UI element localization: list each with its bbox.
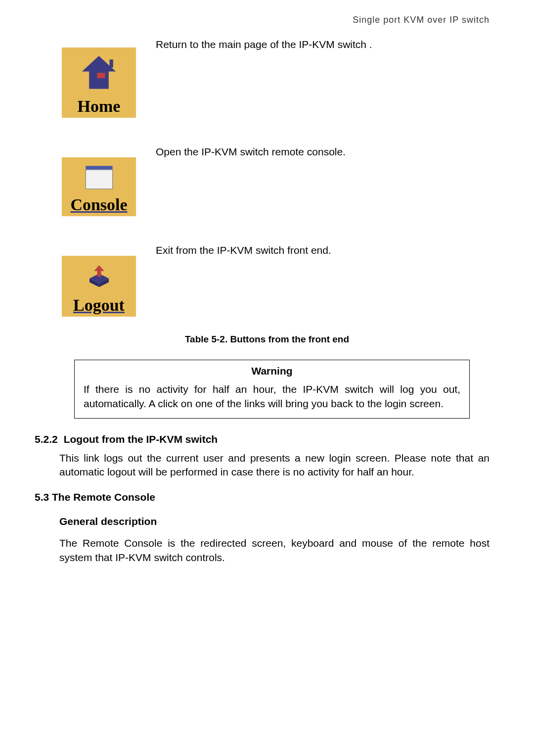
svg-rect-5 bbox=[86, 170, 112, 189]
home-button-label: Home bbox=[78, 98, 121, 115]
warning-body: If there is no activity for half an hour… bbox=[84, 382, 460, 411]
svg-marker-7 bbox=[94, 265, 104, 271]
console-button-label: Console bbox=[70, 196, 127, 213]
section-5-3-body: The Remote Console is the redirected scr… bbox=[59, 536, 490, 565]
section-number: 5.2.2 bbox=[35, 433, 58, 445]
icon-cell: Home bbox=[44, 38, 153, 118]
section-5-3-subheading: General description bbox=[59, 516, 490, 527]
logout-description: Exit from the IP-KVM switch front end. bbox=[153, 243, 490, 257]
logout-button[interactable]: Logout bbox=[62, 256, 136, 317]
page-header: Single port KVM over IP switch bbox=[44, 15, 490, 25]
logout-button-label: Logout bbox=[73, 297, 125, 314]
svg-rect-3 bbox=[110, 59, 113, 67]
section-5-2-2-heading: 5.2.2 Logout from the IP-KVM switch bbox=[35, 433, 490, 445]
section-title: Logout from the IP-KVM switch bbox=[64, 433, 218, 445]
home-description: Return to the main page of the IP-KVM sw… bbox=[153, 38, 490, 51]
section-5-2-2-body: This link logs out the current user and … bbox=[59, 451, 490, 479]
warning-title: Warning bbox=[84, 365, 460, 377]
table-caption: Table 5-2. Buttons from the front end bbox=[44, 334, 490, 345]
document-page: Single port KVM over IP switch Home Retu… bbox=[0, 0, 534, 756]
section-5-3-heading: 5.3 The Remote Console bbox=[35, 491, 490, 503]
svg-rect-2 bbox=[97, 73, 105, 78]
home-icon bbox=[77, 51, 121, 96]
button-row-console: Console Open the IP-KVM switch remote co… bbox=[44, 145, 490, 216]
warning-box: Warning If there is no activity for half… bbox=[74, 360, 470, 419]
console-description: Open the IP-KVM switch remote console. bbox=[153, 145, 490, 159]
console-icon bbox=[83, 164, 115, 191]
button-row-logout: Logout Exit from the IP-KVM switch front… bbox=[44, 243, 490, 317]
logout-icon bbox=[83, 261, 115, 293]
icon-cell: Console bbox=[44, 145, 153, 216]
console-button[interactable]: Console bbox=[62, 157, 136, 216]
icon-cell: Logout bbox=[44, 243, 153, 317]
button-row-home: Home Return to the main page of the IP-K… bbox=[44, 38, 490, 118]
svg-rect-4 bbox=[86, 166, 112, 170]
home-button[interactable]: Home bbox=[62, 47, 136, 118]
